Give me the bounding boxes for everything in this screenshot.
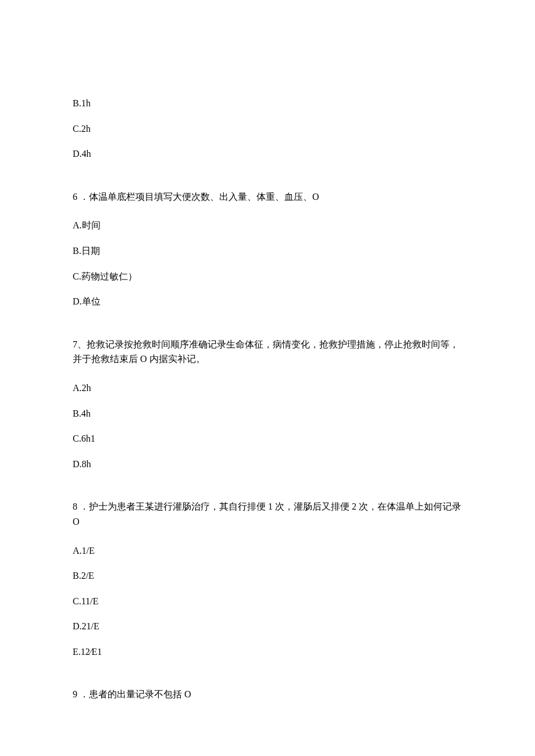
question-8-option-c: C.11/E [73,594,462,609]
question-6-text: ．体温单底栏项目填写大便次数、出入量、体重、血压、O [80,192,319,202]
partial-option-c: C.2h [73,121,462,137]
question-7-number: 7 [73,339,77,349]
question-7-option-d: D.8h [73,457,462,472]
question-6-option-b: B.日期 [73,243,462,259]
partial-option-d: D.4h [73,146,462,162]
question-6-option-c: C.药物过敏仁） [73,269,462,284]
question-6-number: 6 [73,192,77,202]
question-8-option-b: B.2/E [73,568,462,583]
question-7-option-a: A.2h [73,381,462,396]
question-9-text: ．患者的出量记录不包括 O [80,689,191,699]
question-8: 8 ．护士为患者王某进行灌肠治疗，其自行排便 1 次，灌肠后又排便 2 次，在体… [73,499,462,529]
question-9-number: 9 [73,689,77,699]
question-7-option-c: C.6h1 [73,431,462,446]
question-8-option-d: D.21/E [73,619,462,634]
question-7-option-b: B.4h [73,406,462,421]
question-8-number: 8 [73,501,77,511]
question-8-option-a: A.1/E [73,543,462,558]
question-9: 9 ．患者的出量记录不包括 O [73,687,462,702]
question-6: 6 ．体温单底栏项目填写大便次数、出入量、体重、血压、O [73,189,462,205]
partial-option-b: B.1h [73,96,462,111]
question-6-option-a: A.时间 [73,218,462,233]
question-8-option-e: E.12∕E1 [73,644,462,660]
question-7: 7、抢救记录按抢救时间顺序准确记录生命体征，病情变化，抢救护理措施，停止抢救时间… [73,337,462,367]
question-8-text: ．护士为患者王某进行灌肠治疗，其自行排便 1 次，灌肠后又排便 2 次，在体温单… [73,501,461,526]
question-7-text: 、抢救记录按抢救时间顺序准确记录生命体征，病情变化，抢救护理措施，停止抢救时间等… [73,339,459,364]
question-6-option-d: D.单位 [73,294,462,309]
